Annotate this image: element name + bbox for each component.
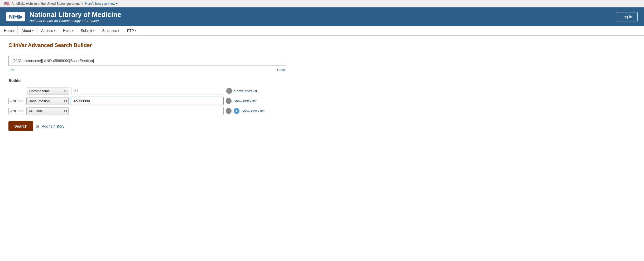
ftp-chevron-icon: ▾ — [135, 29, 136, 32]
nav-statistics-label: Statistics — [102, 29, 117, 33]
nav-home[interactable]: Home — [0, 26, 18, 35]
chromosome-value: 21 — [71, 87, 224, 95]
query-links: Edit Clear — [8, 68, 285, 72]
all-fields-value-input[interactable] — [71, 107, 224, 115]
add-row-button[interactable]: + — [234, 108, 239, 114]
logic-select-3[interactable]: AND OR NOT — [8, 108, 24, 114]
search-button[interactable]: Search — [8, 121, 33, 131]
how-you-know-link[interactable]: Here's how you know ▾ — [85, 2, 118, 6]
logic-select-2[interactable]: AND OR NOT — [8, 98, 24, 104]
gov-banner-text: An official website of the United States… — [12, 2, 83, 6]
nav-about-label: About — [21, 29, 31, 33]
help-chevron-icon: ▾ — [72, 29, 73, 32]
add-to-history-link[interactable]: Add to history — [42, 124, 65, 128]
nav-submit[interactable]: Submit ▾ — [77, 26, 99, 35]
how-you-know-text: Here's how you know — [85, 2, 115, 6]
nav-access[interactable]: Access ▾ — [37, 26, 59, 35]
show-index-link-2[interactable]: Show index list — [234, 99, 257, 103]
site-header: NIH ▶ National Library of Medicine Natio… — [0, 7, 644, 26]
header-titles: National Library of Medicine National Ce… — [29, 11, 121, 23]
base-position-value-input[interactable] — [71, 97, 224, 105]
statistics-chevron-icon: ▾ — [118, 29, 119, 32]
builder-row-2: AND OR NOT Base Position All Fields Chro… — [8, 97, 636, 105]
search-area: Search or Add to history — [8, 121, 636, 131]
base-position-field-wrapper: Base Position All Fields Chromosome Gene… — [26, 97, 69, 105]
site-title: National Library of Medicine — [29, 11, 121, 19]
clear-link[interactable]: Clear — [277, 68, 285, 72]
builder-section: Builder Chromosome All Fields Base Posit… — [8, 78, 636, 115]
builder-row-1: Chromosome All Fields Base Position Gene… — [8, 87, 636, 95]
nih-logo: NIH ▶ — [6, 12, 25, 21]
remove-row-3-button[interactable]: − — [226, 108, 232, 114]
nav-ftp-label: FTP — [127, 29, 134, 33]
query-display: (21[Chromosome]) AND 45989090[Base Posit… — [8, 56, 285, 66]
nav-access-label: Access — [41, 29, 53, 33]
nav-help[interactable]: Help ▾ — [59, 26, 77, 35]
chevron-down-icon: ▾ — [116, 2, 118, 6]
nav-help-label: Help — [63, 29, 71, 33]
nih-text: NIH — [9, 14, 18, 20]
main-nav: Home About ▾ Access ▾ Help ▾ Submit ▾ St… — [0, 26, 644, 36]
chromosome-field-wrapper: Chromosome All Fields Base Position Gene… — [27, 87, 69, 95]
logic-wrapper-3: AND OR NOT — [8, 108, 24, 114]
chromosome-field-select[interactable]: Chromosome All Fields Base Position Gene… — [27, 87, 69, 95]
flag-icon: 🇺🇸 — [4, 1, 9, 6]
site-subtitle: National Center for Biotechnology Inform… — [29, 19, 121, 23]
submit-chevron-icon: ▾ — [93, 29, 94, 32]
edit-link[interactable]: Edit — [8, 68, 14, 72]
nav-about[interactable]: About ▾ — [18, 26, 37, 35]
show-index-link-3[interactable]: Show index list — [242, 109, 265, 113]
nav-home-label: Home — [4, 29, 14, 33]
logic-wrapper-2: AND OR NOT — [8, 98, 24, 104]
builder-rows: Chromosome All Fields Base Position Gene… — [8, 87, 636, 115]
access-chevron-icon: ▾ — [54, 29, 55, 32]
remove-row-1-button[interactable]: − — [226, 88, 232, 94]
login-button[interactable]: Log in — [616, 12, 638, 21]
nav-submit-label: Submit — [81, 29, 92, 33]
header-left: NIH ▶ National Library of Medicine Natio… — [6, 11, 121, 23]
nav-statistics[interactable]: Statistics ▾ — [98, 26, 123, 35]
gov-banner: 🇺🇸 An official website of the United Sta… — [0, 0, 644, 7]
builder-label: Builder — [8, 78, 636, 83]
all-fields-field-select[interactable]: All Fields Chromosome Base Position Gene… — [26, 107, 69, 115]
page-title: ClinVar Advanced Search Builder — [8, 42, 636, 48]
nav-ftp[interactable]: FTP ▾ — [123, 26, 140, 35]
about-chevron-icon: ▾ — [32, 29, 33, 32]
main-content: ClinVar Advanced Search Builder (21[Chro… — [0, 36, 644, 194]
all-fields-field-wrapper: All Fields Chromosome Base Position Gene… — [26, 107, 69, 115]
remove-row-2-button[interactable]: − — [226, 98, 232, 104]
base-position-field-select[interactable]: Base Position All Fields Chromosome Gene… — [26, 97, 69, 105]
builder-row-3: AND OR NOT All Fields Chromosome Base Po… — [8, 107, 636, 115]
show-index-link-1[interactable]: Show index list — [234, 89, 257, 93]
or-text: or — [36, 124, 39, 128]
nih-arrow-icon: ▶ — [18, 13, 22, 20]
